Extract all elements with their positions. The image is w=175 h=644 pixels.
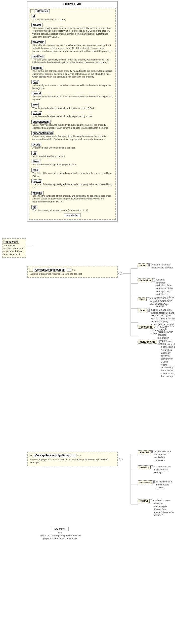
prop-type: type The type of the concept assigned as… [30,168,114,178]
prop-literal: literal A free-text value assigned as pr… [30,159,114,167]
concept-rel-ellipsis: ··· [72,454,76,457]
concept-def-desc: A group of properties required to define… [30,273,116,276]
prop-typeuri: typeuri The type of the concept assigned… [30,179,114,189]
right-prop-note-desc: Additional natural language information … [150,297,175,306]
info-icon-name: i [148,263,150,266]
prop-id-name: id [31,15,36,18]
right-prop-name-desc: A natural language name for the concept. [151,263,175,269]
bottom-any-other-box: any ##other [52,527,69,531]
info-icon-sameas: i [151,450,153,453]
prop-dir-name: dir [31,205,37,209]
right-prop-related-desc: A related concept; where the relationshi… [153,499,175,517]
prop-creator-desc: If the property value is not defined, sp… [32,27,113,39]
bottom-any-other-desc: These are non-required provider-defined … [35,534,85,540]
right-prop-remoteinfo-box: remoteInfo [138,325,154,329]
prop-modified: modified The date (and, optionally, the … [30,54,114,65]
prop-qcode: qcode A qualified code which identifies … [30,142,114,150]
prop-xmllang-name: xmllang [31,191,43,195]
any-other-container: any ##other [31,213,113,217]
prop-id-desc: The local identifier of the property. [32,18,113,21]
prop-how-desc: Indicates by which means the value was e… [32,84,113,90]
info-icon-definition: i [153,278,155,281]
any-other-box: any ##other [64,213,81,217]
concept-rel-minus-icon[interactable]: − [29,454,33,457]
concept-rel-group: − ConceptRelationshipsGroup ··· 0..∞ A g… [27,452,118,466]
right-prop-sameas-box: sameAs [138,450,151,454]
main-title: FlexPropType [27,2,117,6]
prop-creatoruri-name: creatoruri [31,40,46,44]
right-prop-sameas: sameAs i An identifier of a concept with… [138,450,175,462]
prop-uri-name: uri [31,151,37,155]
instance-of-box: instanceOf A frequently-updating informa… [2,238,26,258]
prop-pubconstraint-name: pubconstraint [31,120,51,124]
prop-pubconstrainturi-desc: One or many constraints that apply to pu… [32,135,113,141]
prop-type-name: type [31,168,39,172]
concept-rel-desc: A group of properties required to indica… [30,458,116,464]
prop-dir: dir The directionality of textual conten… [30,205,114,212]
prop-uri-desc: A URI which identifies a concept. [32,155,113,158]
right-prop-hierarchyinfo-desc: Represents the position of a concept in … [161,340,175,378]
right-prop-related: related i A related concept; where the r… [138,499,175,517]
concept-def-range: 0..∞ [72,269,76,271]
right-prop-name-box: name [138,263,148,267]
prop-modified-name: modified [31,55,45,58]
prop-uri: uri A URI which identifies a concept. [30,151,114,159]
prop-creatoruri-desc: If the attribute is empty, specifies whi… [32,44,113,53]
prop-custom: custom If set to true the corresponding … [30,65,114,79]
prop-how: how Indicates by which means the value w… [30,80,114,90]
prop-whyuri-name: whyuri [31,111,42,115]
right-prop-narrower-box: narrower [138,480,152,484]
prop-creator-name: creator [31,23,42,27]
prop-id: id The local identifier of the property. [30,14,114,22]
attributes-group: − attributes id The local identifier of … [29,8,116,220]
prop-creatoruri: creatoruri If the attribute is empty, sp… [30,40,114,53]
prop-how-name: how [31,80,39,84]
prop-pubconstrainturi: pubconstrainturi One or many constraints… [30,131,114,141]
concept-def-minus-icon[interactable]: − [29,268,33,272]
concept-rel-range: 0..∞ [77,454,81,457]
prop-pubconstraint: pubconstraint One or many constraints th… [30,119,114,130]
right-prop-related-box: related [138,499,150,503]
prop-howuri-desc: Indicates by which means the value was e… [32,95,113,101]
prop-howuri: howuri Indicates by which means the valu… [30,91,114,102]
prop-xmllang-desc: Specifies the language of this property … [32,195,113,203]
prop-why: why Why the metadata has been included -… [30,103,114,110]
prop-pubconstraint-desc: One or many constraints that apply to pu… [32,124,113,129]
prop-creator: creator If the property value is not def… [30,23,114,39]
right-prop-note: note i Additional natural language infor… [138,297,175,306]
prop-dir-desc: The directionality of textual content (e… [32,209,113,212]
prop-qcode-name: qcode [31,143,41,147]
right-prop-sameas-desc: An identifier of a concept with equivale… [154,450,175,462]
info-icon-narrower: i [153,480,155,483]
prop-qcode-desc: A qualified code which identifies a conc… [32,147,113,150]
svg-marker-18 [118,458,123,460]
info-icon-note: i [147,297,149,300]
bottom-range-label: 0..∞ [35,531,85,534]
right-prop-narrower-desc: An identifier of a more specific concept… [156,480,175,489]
svg-marker-17 [118,272,123,275]
prop-custom-desc: If set to true the corresponding propert… [32,70,113,79]
info-icon-remoteinfo: i [155,325,157,328]
prop-literal-name: literal [31,160,41,163]
minus-icon[interactable]: − [30,9,34,13]
info-icon-hierarchyinfo: i [158,340,160,343]
bottom-any-other-container: any ##other 0..∞ These are non-required … [35,527,85,540]
info-icon-broader: i [151,465,153,468]
instance-of-desc: A frequently-updating information object… [4,244,25,256]
prop-literal-desc: A free-text value assigned as property v… [32,163,113,166]
prop-type-desc: The type of the concept assigned as cont… [32,172,113,178]
right-prop-note-box: note [138,297,147,301]
info-icon-related: i [150,499,152,502]
prop-xmllang: xmllang Specifies the language of this p… [30,190,114,204]
prop-howuri-name: howuri [31,92,42,95]
right-prop-facet-box: facet [138,309,147,312]
right-prop-broader-box: broader [138,465,151,469]
right-prop-broader-desc: An identifier of a more general concept. [154,465,175,474]
right-prop-narrower: narrower i An identifier of a more speci… [138,480,175,489]
prop-typeuri-desc: The type of the concept assigned as cont… [32,183,113,189]
prop-typeuri-name: typeuri [31,179,42,183]
concept-def-ellipsis: ··· [67,268,72,272]
prop-pubconstrainturi-name: pubconstrainturi [31,131,54,135]
attributes-label: attributes [35,9,50,13]
prop-custom-name: custom [31,66,43,70]
